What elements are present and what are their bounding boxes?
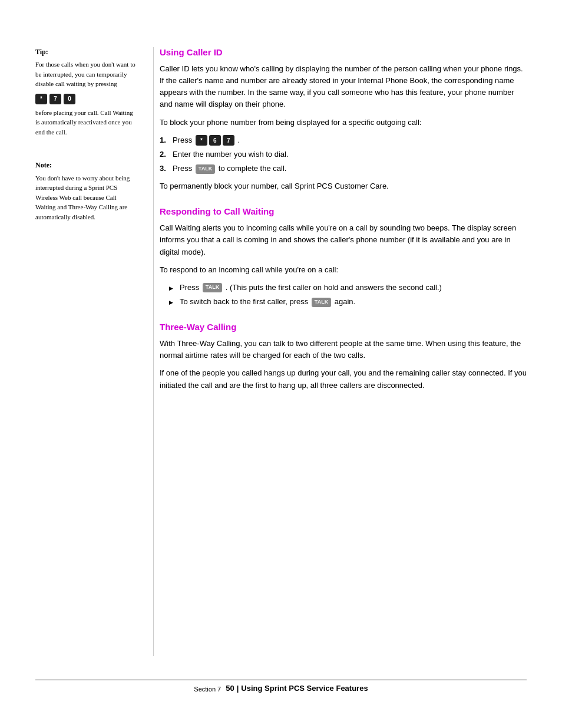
key-7: 7 [49, 94, 61, 104]
call-waiting-para2: To respond to an incoming call while you… [160, 264, 527, 276]
bullet-1-text: Press TALK . (This puts the first caller… [180, 282, 442, 294]
three-way-para2: If one of the people you called hangs up… [160, 367, 527, 391]
step-2-text: Enter the number you wish to dial. [173, 149, 289, 160]
footer-pipe: | [237, 684, 239, 693]
step-2-num: 2. [160, 149, 169, 160]
caller-id-steps: 1. Press * 6 7 . 2. En [160, 134, 527, 174]
step-2: 2. Enter the number you wish to dial. [160, 149, 527, 160]
tip-text-2: before placing your call. Call Waiting i… [35, 108, 135, 137]
three-way-para1: With Three-Way Calling, you can talk to … [160, 338, 527, 361]
key-6: 6 [209, 135, 221, 146]
step-3-text: Press TALK to complete the call. [173, 163, 286, 174]
talk-btn-2: TALK [203, 283, 222, 292]
tip-label: Tip: [35, 47, 135, 57]
caller-id-para1: Caller ID lets you know who's calling by… [160, 63, 527, 111]
caller-id-para3: To permanently block your number, call S… [160, 180, 527, 192]
footer: Section 7 50 | Using Sprint PCS Service … [35, 680, 527, 693]
three-way-title: Three-Way Calling [160, 322, 527, 332]
footer-section: Section 7 [194, 686, 221, 693]
tip-text-1: For those calls when you don't want to b… [35, 60, 135, 89]
section-three-way: Three-Way Calling With Three-Way Calling… [160, 322, 527, 391]
main-content: Using Caller ID Caller ID lets you know … [153, 47, 527, 656]
talk-btn-1: TALK [196, 164, 215, 174]
step-1-keys: * 6 7 [196, 135, 234, 146]
step-1: 1. Press * 6 7 . [160, 134, 527, 146]
section-caller-id: Using Caller ID Caller ID lets you know … [160, 47, 527, 192]
call-waiting-bullets: Press TALK . (This puts the first caller… [169, 282, 527, 308]
section-call-waiting: Responding to Call Waiting Call Waiting … [160, 206, 527, 308]
key-star-2: * [196, 135, 207, 146]
footer-title: Using Sprint PCS Service Features [241, 684, 368, 693]
step-3: 3. Press TALK to complete the call. [160, 163, 527, 174]
step-1-num: 1. [160, 134, 169, 146]
talk-btn-3: TALK [312, 298, 331, 307]
sidebar: Tip: For those calls when you don't want… [35, 47, 153, 656]
step-1-text: Press * 6 7 . [173, 134, 240, 146]
content-area: Tip: For those calls when you don't want… [35, 47, 527, 656]
key-7-2: 7 [223, 135, 234, 146]
note-text: You don't have to worry about being inte… [35, 173, 135, 222]
bullet-2-text: To switch back to the first caller, pres… [180, 296, 355, 308]
tip-key-buttons: * 7 0 [35, 94, 135, 104]
key-0: 0 [64, 94, 75, 104]
caller-id-para2: To block your phone number from being di… [160, 117, 527, 129]
call-waiting-para1: Call Waiting alerts you to incoming call… [160, 222, 527, 258]
bullet-1: Press TALK . (This puts the first caller… [169, 282, 527, 294]
footer-page: 50 [226, 684, 234, 693]
step-3-num: 3. [160, 163, 169, 174]
page: Tip: For those calls when you don't want… [0, 0, 562, 728]
call-waiting-title: Responding to Call Waiting [160, 206, 527, 216]
caller-id-title: Using Caller ID [160, 47, 527, 57]
note-label: Note: [35, 160, 135, 170]
key-star: * [35, 94, 47, 104]
bullet-2: To switch back to the first caller, pres… [169, 296, 527, 308]
